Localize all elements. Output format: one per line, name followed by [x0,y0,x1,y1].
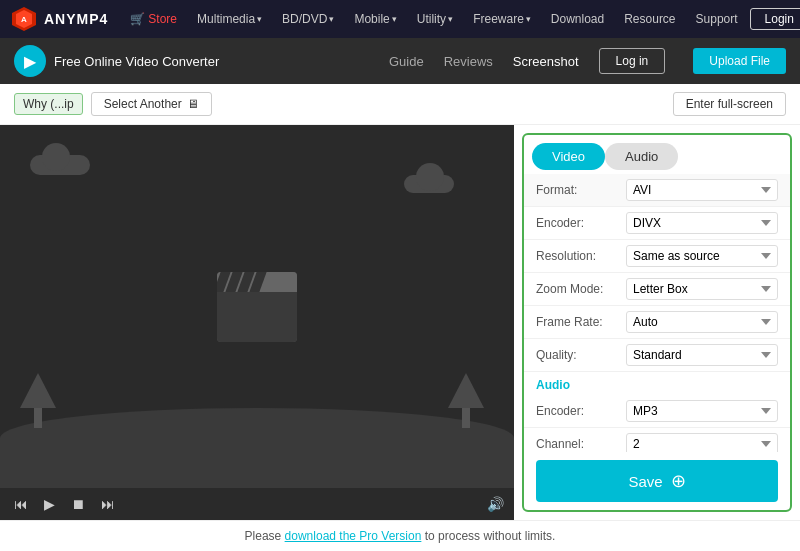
multimedia-label: Multimedia [197,12,255,26]
fullscreen-button[interactable]: Enter full-screen [673,92,786,116]
forward-button[interactable]: ⏭ [97,494,119,514]
nav-mobile[interactable]: Mobile ▾ [346,8,404,30]
nav-utility[interactable]: Utility ▾ [409,8,461,30]
format-select[interactable]: AVI MP4 MKV MOV [626,179,778,201]
select-another-label: Select Another [104,97,182,111]
scene-ground [0,408,514,488]
bottom-bar: Please download the Pro Version to proce… [0,520,800,551]
rewind-button[interactable]: ⏮ [10,494,32,514]
channel-select[interactable]: 2 1 6 [626,433,778,452]
bottom-text-suffix: to process without limits. [421,529,555,543]
store-label: Store [148,12,177,26]
file-name-badge: Why (...ip [14,93,83,115]
bddvd-chevron: ▾ [329,14,334,24]
sub-logo-icon: ▶ [14,45,46,77]
tab-audio[interactable]: Audio [605,143,678,170]
freeware-chevron: ▾ [526,14,531,24]
mobile-chevron: ▾ [392,14,397,24]
nav-support[interactable]: Support [688,8,746,30]
audio-section-label: Audio [524,372,790,395]
sub-login-button[interactable]: Log in [599,48,666,74]
toolbar: Why (...ip Select Another 🖥 Enter full-s… [0,84,800,125]
quality-label: Quality: [536,348,626,362]
nav-bddvd[interactable]: BD/DVD ▾ [274,8,342,30]
clapperboard-body [217,292,297,342]
channel-label: Channel: [536,437,626,451]
format-setting-row: Format: AVI MP4 MKV MOV [524,174,790,207]
mobile-label: Mobile [354,12,389,26]
zoom-select[interactable]: Letter Box Pan & Scan Full [626,278,778,300]
top-navigation: A ANYMP4 🛒 Store Multimedia ▾ BD/DVD ▾ M… [0,0,800,38]
resolution-label: Resolution: [536,249,626,263]
store-icon: 🛒 [130,12,145,26]
bottom-text-prefix: Please [245,529,285,543]
clapperboard-top [217,272,297,292]
tree-top-right [448,373,484,408]
sub-nav-logo: ▶ Free Online Video Converter [14,45,219,77]
format-label: Format: [536,183,626,197]
sub-nav-screenshot[interactable]: Screenshot [513,54,579,69]
nav-store[interactable]: 🛒 Store [122,8,185,30]
settings-body: Format: AVI MP4 MKV MOV Encoder: DIVX H.… [524,170,790,452]
sub-nav-guide[interactable]: Guide [389,54,424,69]
tree-trunk-left [34,408,42,428]
save-icon: ⊕ [671,470,686,492]
tree-trunk-right [462,408,470,428]
tree-left [20,373,56,428]
logo-area[interactable]: A ANYMP4 [10,5,108,33]
select-another-button[interactable]: Select Another 🖥 [91,92,212,116]
bddvd-label: BD/DVD [282,12,327,26]
framerate-setting-row: Frame Rate: Auto 24 30 60 [524,306,790,339]
download-label: Download [551,12,604,26]
audio-encoder-row: Encoder: MP3 AAC [524,395,790,428]
quality-select[interactable]: Standard High Low [626,344,778,366]
top-login-button[interactable]: Login [750,8,800,30]
video-player: ⏮ ▶ ⏹ ⏭ 🔊 [0,125,514,520]
tab-video[interactable]: Video [532,143,605,170]
encoder-label: Encoder: [536,216,626,230]
sub-nav-links: Guide Reviews Screenshot Log in Upload F… [389,48,786,74]
nav-download[interactable]: Download [543,8,612,30]
anymp4-logo-icon: A [10,5,38,33]
support-label: Support [696,12,738,26]
sub-nav-title: Free Online Video Converter [54,54,219,69]
main-content: Why (...ip Select Another 🖥 Enter full-s… [0,84,800,551]
save-label: Save [628,473,662,490]
utility-chevron: ▾ [448,14,453,24]
video-canvas [0,125,514,488]
svg-text:A: A [21,15,27,24]
logo-text: ANYMP4 [44,11,108,27]
pro-version-link[interactable]: download the Pro Version [285,529,422,543]
freeware-label: Freeware [473,12,524,26]
save-button[interactable]: Save ⊕ [536,460,778,502]
sub-navigation: ▶ Free Online Video Converter Guide Revi… [0,38,800,84]
content-row: ⏮ ▶ ⏹ ⏭ 🔊 Video Audio Format: AVI [0,125,800,520]
encoder-setting-row: Encoder: DIVX H.264 [524,207,790,240]
channel-row: Channel: 2 1 6 [524,428,790,452]
zoom-label: Zoom Mode: [536,282,626,296]
settings-panel: Video Audio Format: AVI MP4 MKV MOV Enco [522,133,792,512]
play-button[interactable]: ▶ [40,494,59,514]
upload-file-button[interactable]: Upload File [693,48,786,74]
utility-label: Utility [417,12,446,26]
multimedia-chevron: ▾ [257,14,262,24]
encoder-select[interactable]: DIVX H.264 [626,212,778,234]
video-controls: ⏮ ▶ ⏹ ⏭ 🔊 [0,488,514,520]
audio-encoder-label: Encoder: [536,404,626,418]
nav-multimedia[interactable]: Multimedia ▾ [189,8,270,30]
tree-top-left [20,373,56,408]
resource-label: Resource [624,12,675,26]
nav-freeware[interactable]: Freeware ▾ [465,8,539,30]
resolution-select[interactable]: Same as source 1920x1080 1280x720 [626,245,778,267]
nav-resource[interactable]: Resource [616,8,683,30]
sub-nav-reviews[interactable]: Reviews [444,54,493,69]
framerate-select[interactable]: Auto 24 30 60 [626,311,778,333]
volume-button[interactable]: 🔊 [487,496,504,512]
save-row: Save ⊕ [524,452,790,510]
tree-right [448,373,484,428]
audio-encoder-select[interactable]: MP3 AAC [626,400,778,422]
quality-setting-row: Quality: Standard High Low [524,339,790,372]
resolution-setting-row: Resolution: Same as source 1920x1080 128… [524,240,790,273]
monitor-icon: 🖥 [187,97,199,111]
stop-button[interactable]: ⏹ [67,494,89,514]
